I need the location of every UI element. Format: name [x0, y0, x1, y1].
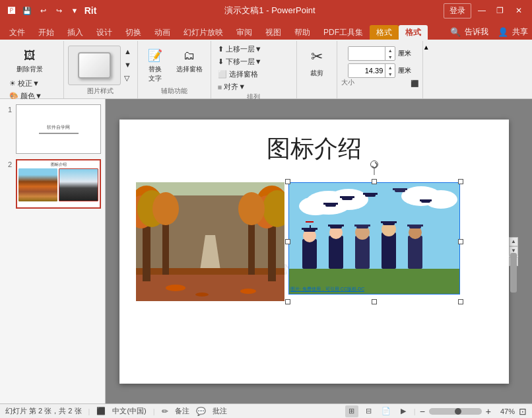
arrange-group: ⬆ 上移一层▼ ⬇ 下移一层▼ ⬜ 选择窗格 ≡ 对齐▼ 排列: [211, 41, 297, 98]
handle-bl[interactable]: [285, 299, 290, 304]
slide-1-text: 软件自学网: [47, 124, 70, 131]
ribbon-collapse[interactable]: ▲: [423, 41, 432, 98]
arrange-content: ⬆ 上移一层▼ ⬇ 下移一层▼ ⬜ 选择窗格 ≡ 对齐▼: [215, 44, 292, 92]
height-down-button[interactable]: ▼: [385, 53, 395, 60]
size-content: ▲ ▼ 厘米 ▲ ▼ 厘米: [348, 46, 411, 78]
undo-icon[interactable]: ↩: [37, 5, 49, 17]
app-icon: 🅿: [5, 5, 17, 17]
svg-rect-42: [354, 225, 370, 226]
style-preview-box: [78, 52, 111, 79]
canvas-area: www.rjzxw.com 图标介绍: [106, 99, 532, 403]
zoom-out-button[interactable]: −: [420, 406, 425, 417]
style-up-button[interactable]: ▲: [122, 46, 133, 57]
selection-icon: ⬜: [218, 70, 227, 79]
svg-point-17: [166, 285, 185, 291]
tab-view[interactable]: 视图: [259, 25, 288, 40]
correct-label: 校正▼: [18, 79, 40, 88]
slide-canvas: www.rjzxw.com 图标介绍: [119, 120, 509, 384]
login-button[interactable]: 登录: [444, 3, 471, 18]
style-down-button[interactable]: ▼: [122, 59, 133, 70]
slide-1-thumb[interactable]: 1 软件自学网: [4, 104, 101, 154]
remove-background-button[interactable]: 🖼 删除背景: [7, 44, 53, 77]
normal-view-button[interactable]: ⊞: [345, 405, 358, 417]
remove-bg-icon: 🖼: [20, 46, 39, 65]
width-input[interactable]: [349, 64, 385, 77]
zoom-slider[interactable]: [429, 408, 482, 415]
slide-2-images: [18, 168, 98, 201]
slide-2-num: 2: [4, 160, 12, 168]
slide-2-content: 图标介绍: [18, 162, 98, 206]
size-expand-icon[interactable]: ⬛: [411, 80, 418, 87]
style-arrows: ▲ ▼ ▽: [122, 46, 133, 84]
slide-2-thumbnail[interactable]: 图标介绍: [16, 159, 101, 209]
graduation-image[interactable]: 图片: 免费使用，可引用 CC版权-DC: [288, 182, 460, 295]
scroll-up-button[interactable]: ▲: [509, 237, 518, 246]
zoom-level[interactable]: 47%: [495, 407, 515, 415]
tab-format2[interactable]: 格式: [399, 25, 428, 40]
svg-rect-43: [382, 232, 396, 269]
bring-forward-button[interactable]: ⬆ 上移一层▼: [215, 44, 265, 55]
tab-home[interactable]: 开始: [32, 25, 61, 40]
slide-1-thumbnail[interactable]: 软件自学网: [16, 104, 101, 154]
tell-me-label[interactable]: 告诉我: [465, 26, 488, 38]
send-backward-button[interactable]: ⬇ 下移一层▼: [215, 56, 265, 67]
pic-style-label: 图片样式: [87, 87, 114, 97]
crop-button[interactable]: ✂ 裁剪: [301, 44, 333, 81]
replace-text-button[interactable]: 📝 替换文字: [142, 44, 168, 86]
slide-2-thumb[interactable]: 2 图标介绍: [4, 159, 101, 209]
svg-rect-58: [420, 199, 432, 201]
title-bar-controls: 登录 — ❐ ✕: [444, 3, 527, 18]
notes-button[interactable]: 备注: [175, 406, 189, 416]
slideshow-button[interactable]: ▶: [397, 405, 410, 417]
tab-insert[interactable]: 插入: [61, 25, 90, 40]
tab-format1[interactable]: 格式: [370, 25, 399, 40]
aux-group: 📝 替换文字 🗂 选择窗格 辅助功能: [138, 41, 211, 98]
select-pane-button[interactable]: 🗂 选择窗格: [172, 44, 207, 77]
slide-title[interactable]: 图标介绍: [119, 120, 509, 165]
reading-view-button[interactable]: 📄: [380, 405, 393, 417]
svg-point-14: [152, 192, 179, 225]
tab-help[interactable]: 帮助: [288, 25, 317, 40]
redo-icon[interactable]: ↪: [53, 5, 65, 17]
slide-info: 幻灯片 第 2 张，共 2 张: [5, 406, 82, 416]
handle-bm[interactable]: [372, 299, 377, 304]
quick-style-preview[interactable]: [68, 46, 121, 85]
slide-2-title: 图标介绍: [18, 162, 98, 168]
status-icon-accessibility[interactable]: ⬛: [96, 407, 106, 415]
height-unit: 厘米: [398, 49, 411, 58]
width-up-button[interactable]: ▲: [385, 64, 395, 71]
align-label: 对齐▼: [224, 82, 246, 92]
selection-pane-button[interactable]: ⬜ 选择窗格: [215, 69, 261, 80]
zoom-in-button[interactable]: +: [486, 406, 491, 417]
tab-file[interactable]: 文件: [3, 25, 32, 40]
scroll-thumb[interactable]: [510, 253, 517, 293]
tab-transition[interactable]: 切换: [119, 25, 148, 40]
tab-design[interactable]: 设计: [90, 25, 119, 40]
comments-button[interactable]: 批注: [213, 406, 227, 416]
image-caption[interactable]: 图片: 免费使用，可引用 CC版权-DC: [290, 286, 364, 293]
restore-button[interactable]: ❐: [492, 4, 508, 17]
save-icon[interactable]: 💾: [21, 5, 33, 17]
close-button[interactable]: ✕: [511, 4, 527, 17]
width-down-button[interactable]: ▼: [385, 71, 395, 77]
minimize-button[interactable]: —: [474, 4, 490, 17]
status-divider: |: [414, 407, 416, 415]
tab-animation[interactable]: 动画: [148, 25, 177, 40]
svg-point-19: [195, 293, 209, 296]
width-row: ▲ ▼ 厘米: [348, 63, 411, 78]
correct-button[interactable]: ☀ 校正▼: [7, 78, 42, 89]
share-label[interactable]: 共享: [512, 26, 528, 38]
style-expand-button[interactable]: ▽: [122, 73, 133, 84]
fit-window-button[interactable]: ⊡: [519, 406, 527, 417]
crop-icon: ✂: [306, 46, 327, 67]
customize-icon[interactable]: ▼: [69, 5, 81, 17]
height-input[interactable]: [349, 47, 385, 60]
tab-pdf[interactable]: PDF工具集: [317, 25, 370, 40]
autumn-image[interactable]: [136, 182, 284, 301]
slide-browse-button[interactable]: ⊟: [362, 405, 376, 417]
tab-review[interactable]: 审阅: [230, 25, 259, 40]
handle-br[interactable]: [458, 299, 463, 304]
height-up-button[interactable]: ▲: [385, 47, 395, 53]
tab-slideshow[interactable]: 幻灯片放映: [177, 25, 230, 40]
align-button[interactable]: ≡ 对齐▼: [215, 81, 248, 92]
